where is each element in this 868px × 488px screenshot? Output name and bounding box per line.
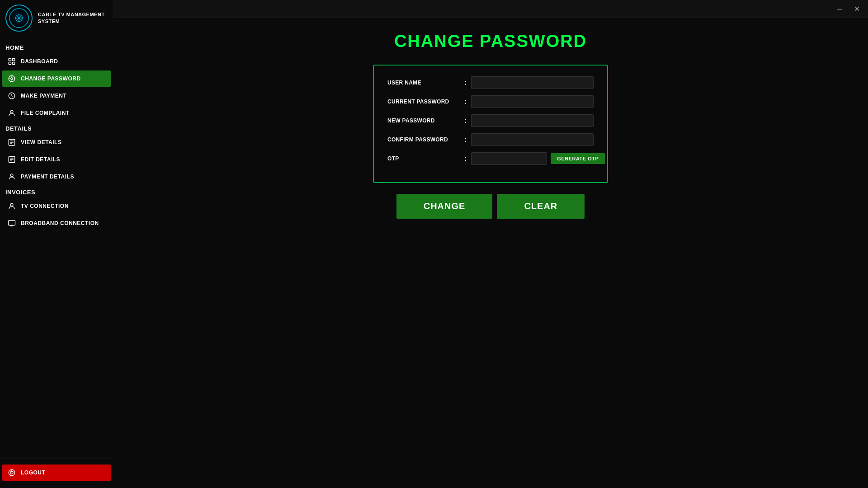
logout-label: LOGOUT bbox=[21, 469, 45, 476]
new-password-input[interactable] bbox=[471, 114, 594, 127]
logout-section: LOGOUT bbox=[0, 459, 113, 483]
svg-point-2 bbox=[19, 18, 20, 19]
main-content: CHANGE PASSWORD USER NAME : CURRENT PASS… bbox=[113, 18, 868, 488]
svg-rect-10 bbox=[13, 62, 15, 65]
new-password-label: NEW PASSWORD bbox=[387, 117, 464, 124]
svg-rect-9 bbox=[9, 62, 11, 65]
change-button[interactable]: CHANGE bbox=[396, 194, 493, 219]
dashboard-icon bbox=[7, 57, 16, 66]
view-details-icon bbox=[7, 138, 16, 147]
sidebar-item-view-details[interactable]: VIEW DETAILS bbox=[2, 134, 111, 150]
username-colon: : bbox=[464, 79, 467, 87]
clear-button[interactable]: CLEAR bbox=[497, 194, 585, 219]
logout-button[interactable]: LOGOUT bbox=[2, 465, 111, 481]
confirm-password-row: CONFIRM PASSWORD : bbox=[387, 133, 594, 146]
otp-row: OTP : GENERATE OTP bbox=[387, 152, 594, 165]
broadband-connection-icon bbox=[7, 219, 16, 228]
current-password-label: CURRENT PASSWORD bbox=[387, 99, 464, 105]
svg-rect-7 bbox=[9, 58, 11, 61]
sidebar-item-tv-connection[interactable]: TV CONNECTION bbox=[2, 198, 111, 214]
confirm-password-input[interactable] bbox=[471, 133, 594, 146]
generate-otp-button[interactable]: GENERATE OTP bbox=[551, 153, 605, 164]
new-password-row: NEW PASSWORD : bbox=[387, 114, 594, 127]
close-button[interactable]: ✕ bbox=[850, 4, 863, 14]
section-home: HOME bbox=[0, 41, 113, 53]
title-bar: ─ ✕ bbox=[0, 0, 868, 18]
current-password-row: CURRENT PASSWORD : bbox=[387, 95, 594, 108]
sidebar-item-payment-details[interactable]: PAYMENT DETAILS bbox=[2, 169, 111, 185]
logo bbox=[5, 5, 33, 32]
sidebar-item-dashboard[interactable]: DASHBOARD bbox=[2, 53, 111, 70]
window-controls: ─ ✕ bbox=[834, 4, 863, 14]
payment-details-icon bbox=[7, 172, 16, 181]
confirm-password-label: CONFIRM PASSWORD bbox=[387, 136, 464, 143]
svg-point-28 bbox=[10, 203, 13, 206]
sidebar-label-file-complaint: FILE COMPLAINT bbox=[21, 110, 70, 116]
otp-input-group: GENERATE OTP bbox=[471, 152, 605, 165]
svg-point-27 bbox=[10, 174, 13, 177]
sidebar-label-change-password: CHANGE PASSWORD bbox=[21, 75, 81, 82]
sidebar-label-make-payment: MAKE PAYMENT bbox=[21, 93, 66, 99]
sidebar-item-edit-details[interactable]: EDIT DETAILS bbox=[2, 151, 111, 168]
sidebar-item-change-password[interactable]: CHANGE PASSWORD bbox=[2, 70, 111, 87]
new-password-colon: : bbox=[464, 117, 467, 125]
edit-details-icon bbox=[7, 155, 16, 164]
app-header: CABLE TV MANAGEMENT SYSTEM bbox=[0, 0, 113, 36]
sidebar-label-tv-connection: TV CONNECTION bbox=[21, 203, 69, 209]
current-password-input[interactable] bbox=[471, 95, 594, 108]
username-input[interactable] bbox=[471, 76, 594, 89]
sidebar-item-file-complaint[interactable]: FILE COMPLAINT bbox=[2, 105, 111, 121]
sidebar-label-view-details: VIEW DETAILS bbox=[21, 139, 61, 145]
sidebar-label-payment-details: PAYMENT DETAILS bbox=[21, 174, 74, 180]
otp-label: OTP bbox=[387, 155, 464, 162]
minimize-button[interactable]: ─ bbox=[834, 4, 846, 14]
sidebar-item-broadband-connection[interactable]: BROADBAND CONNECTION bbox=[2, 215, 111, 231]
otp-input[interactable] bbox=[471, 152, 547, 165]
sidebar-item-make-payment[interactable]: MAKE PAYMENT bbox=[2, 88, 111, 104]
section-invoices: INVOICES bbox=[0, 185, 113, 197]
change-password-icon bbox=[7, 74, 16, 83]
sidebar: HOME DASHBOARD CHANGE PASSWORD bbox=[0, 36, 113, 488]
otp-colon: : bbox=[464, 155, 467, 163]
current-password-colon: : bbox=[464, 98, 467, 106]
logo-inner bbox=[9, 8, 29, 28]
sidebar-label-edit-details: EDIT DETAILS bbox=[21, 156, 60, 163]
action-buttons: CHANGE CLEAR bbox=[396, 194, 585, 219]
change-password-form: USER NAME : CURRENT PASSWORD : NEW PASSW… bbox=[373, 65, 608, 183]
svg-point-12 bbox=[11, 78, 13, 80]
tv-connection-icon bbox=[7, 202, 16, 211]
svg-rect-29 bbox=[9, 221, 15, 225]
logout-icon bbox=[7, 468, 16, 477]
sidebar-label-dashboard: DASHBOARD bbox=[21, 58, 58, 65]
confirm-password-colon: : bbox=[464, 136, 467, 144]
app-title: CABLE TV MANAGEMENT SYSTEM bbox=[38, 11, 105, 25]
svg-point-33 bbox=[10, 471, 13, 474]
file-complaint-icon bbox=[7, 108, 16, 117]
page-title: CHANGE PASSWORD bbox=[394, 32, 587, 51]
sidebar-spacer bbox=[0, 232, 113, 459]
username-label: USER NAME bbox=[387, 80, 464, 86]
svg-rect-8 bbox=[13, 58, 15, 61]
section-details: DETAILS bbox=[0, 122, 113, 134]
svg-point-18 bbox=[10, 110, 13, 113]
username-row: USER NAME : bbox=[387, 76, 594, 89]
make-payment-icon bbox=[7, 91, 16, 100]
sidebar-label-broadband-connection: BROADBAND CONNECTION bbox=[21, 220, 99, 226]
